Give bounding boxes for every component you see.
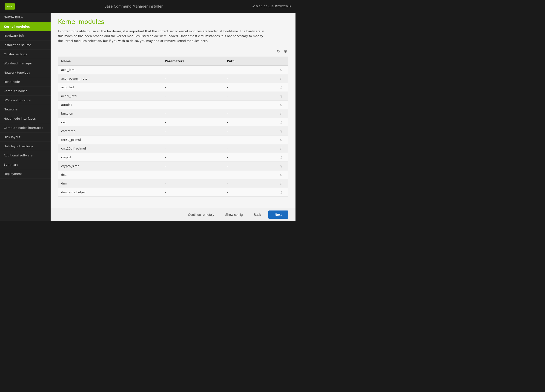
sidebar: NVIDIA EULAKernel modulesHardware infoIn… xyxy=(0,13,51,221)
delete-module-icon[interactable]: ⦸ xyxy=(280,111,282,116)
col-header-parameters: Parameters xyxy=(161,57,223,65)
modules-table: Name Parameters Path acpi_ipmi--⦸acpi_po… xyxy=(58,56,288,197)
cell-action: ⦸ xyxy=(274,144,288,153)
back-button[interactable]: Back xyxy=(250,211,265,218)
cell-name: cec xyxy=(58,118,161,127)
delete-module-icon[interactable]: ⦸ xyxy=(280,103,282,107)
cell-parameters: - xyxy=(161,127,223,136)
cell-path: - xyxy=(224,162,274,170)
table-toolbar: ↺ ⊕ xyxy=(58,48,288,55)
cell-action: ⦸ xyxy=(274,100,288,109)
cell-name: bnxt_en xyxy=(58,109,161,118)
table-row: acpi_power_meter--⦸ xyxy=(58,74,288,83)
sidebar-item-additional-software[interactable]: Additional software xyxy=(0,151,51,160)
sidebar-item-compute-nodes-interfaces[interactable]: Compute nodes interfaces xyxy=(0,123,51,132)
delete-module-icon[interactable]: ⦸ xyxy=(280,76,282,81)
col-header-action xyxy=(274,57,288,65)
delete-module-icon[interactable]: ⦸ xyxy=(280,137,282,142)
svg-text:NVIDIA: NVIDIA xyxy=(7,6,12,7)
page-title: Kernel modules xyxy=(58,19,288,25)
delete-module-icon[interactable]: ⦸ xyxy=(280,94,282,98)
cell-action: ⦸ xyxy=(274,92,288,100)
show-config-button[interactable]: Show config xyxy=(222,211,246,218)
sidebar-item-disk-layout[interactable]: Disk layout xyxy=(0,132,51,142)
cell-action: ⦸ xyxy=(274,109,288,118)
cell-action: ⦸ xyxy=(274,118,288,127)
main-layout: NVIDIA EULAKernel modulesHardware infoIn… xyxy=(0,13,296,221)
content-inner: Kernel modules In order to be able to us… xyxy=(51,13,296,208)
delete-module-icon[interactable]: ⦸ xyxy=(280,120,282,124)
cell-name: drm xyxy=(58,179,161,188)
cell-parameters: - xyxy=(161,83,223,92)
delete-module-icon[interactable]: ⦸ xyxy=(280,181,282,186)
cell-path: - xyxy=(224,153,274,162)
header-version: v10.24.05 (UBUNTU2204) xyxy=(252,5,291,8)
sidebar-item-summary[interactable]: Summary xyxy=(0,160,51,169)
sidebar-item-kernel-modules[interactable]: Kernel modules xyxy=(0,22,51,31)
cell-action: ⦸ xyxy=(274,83,288,92)
cell-path: - xyxy=(224,118,274,127)
delete-module-icon[interactable]: ⦸ xyxy=(280,146,282,151)
cell-parameters: - xyxy=(161,74,223,83)
sidebar-item-bmc-configuration[interactable]: BMC configuration xyxy=(0,96,51,105)
cell-path: - xyxy=(224,170,274,179)
cell-parameters: - xyxy=(161,100,223,109)
cell-action: ⦸ xyxy=(274,153,288,162)
sidebar-item-compute-nodes[interactable]: Compute nodes xyxy=(0,87,51,96)
table-row: coretemp--⦸ xyxy=(58,127,288,136)
delete-module-icon[interactable]: ⦸ xyxy=(280,68,282,72)
cell-path: - xyxy=(224,100,274,109)
delete-module-icon[interactable]: ⦸ xyxy=(280,155,282,159)
table-row: acpi_tad--⦸ xyxy=(58,83,288,92)
sidebar-item-workload-manager[interactable]: Workload manager xyxy=(0,59,51,68)
cell-path: - xyxy=(224,179,274,188)
cell-path: - xyxy=(224,136,274,144)
delete-module-icon[interactable]: ⦸ xyxy=(280,164,282,168)
delete-module-icon[interactable]: ⦸ xyxy=(280,173,282,177)
refresh-button[interactable]: ↺ xyxy=(276,48,281,55)
sidebar-item-eula[interactable]: NVIDIA EULA xyxy=(0,13,51,22)
cell-path: - xyxy=(224,92,274,100)
cell-name: drm_kms_helper xyxy=(58,188,161,197)
table-row: aesni_intel--⦸ xyxy=(58,92,288,100)
cell-parameters: - xyxy=(161,109,223,118)
cell-path: - xyxy=(224,74,274,83)
cell-name: acpi_tad xyxy=(58,83,161,92)
cell-action: ⦸ xyxy=(274,179,288,188)
sidebar-item-cluster-settings[interactable]: Cluster settings xyxy=(0,50,51,59)
cell-parameters: - xyxy=(161,144,223,153)
cell-name: coretemp xyxy=(58,127,161,136)
cell-parameters: - xyxy=(161,162,223,170)
table-row: drm--⦸ xyxy=(58,179,288,188)
continue-remotely-button[interactable]: Continue remotely xyxy=(184,211,218,218)
cell-parameters: - xyxy=(161,153,223,162)
cell-name: cryptd xyxy=(58,153,161,162)
cell-name: aesni_intel xyxy=(58,92,161,100)
footer: Continue remotely Show config Back Next xyxy=(51,208,296,221)
sidebar-item-networks[interactable]: Networks xyxy=(0,105,51,114)
sidebar-item-network-topology[interactable]: Network topology xyxy=(0,68,51,77)
sidebar-item-head-node[interactable]: Head node xyxy=(0,77,51,87)
table-row: cryptd--⦸ xyxy=(58,153,288,162)
sidebar-item-disk-layout-settings[interactable]: Disk layout settings xyxy=(0,142,51,151)
delete-module-icon[interactable]: ⦸ xyxy=(280,129,282,133)
cell-parameters: - xyxy=(161,188,223,197)
cell-path: - xyxy=(224,144,274,153)
cell-action: ⦸ xyxy=(274,170,288,179)
sidebar-item-hardware-info[interactable]: Hardware info xyxy=(0,31,51,40)
cell-parameters: - xyxy=(161,65,223,74)
table-row: drm_kms_helper--⦸ xyxy=(58,188,288,197)
delete-module-icon[interactable]: ⦸ xyxy=(280,85,282,89)
next-button[interactable]: Next xyxy=(268,211,288,219)
sidebar-item-deployment[interactable]: Deployment xyxy=(0,169,51,179)
logo-area: NVIDIA xyxy=(5,3,15,10)
add-module-button[interactable]: ⊕ xyxy=(283,48,288,55)
table-row: crypto_simd--⦸ xyxy=(58,162,288,170)
delete-module-icon[interactable]: ⦸ xyxy=(280,190,282,194)
sidebar-item-head-node-interfaces[interactable]: Head node interfaces xyxy=(0,114,51,123)
header: NVIDIA Base Command Manager installer v1… xyxy=(0,0,296,13)
header-title: Base Command Manager installer xyxy=(15,4,252,8)
sidebar-item-installation-source[interactable]: Installation source xyxy=(0,40,51,50)
cell-parameters: - xyxy=(161,92,223,100)
table-body: acpi_ipmi--⦸acpi_power_meter--⦸acpi_tad-… xyxy=(58,65,288,197)
